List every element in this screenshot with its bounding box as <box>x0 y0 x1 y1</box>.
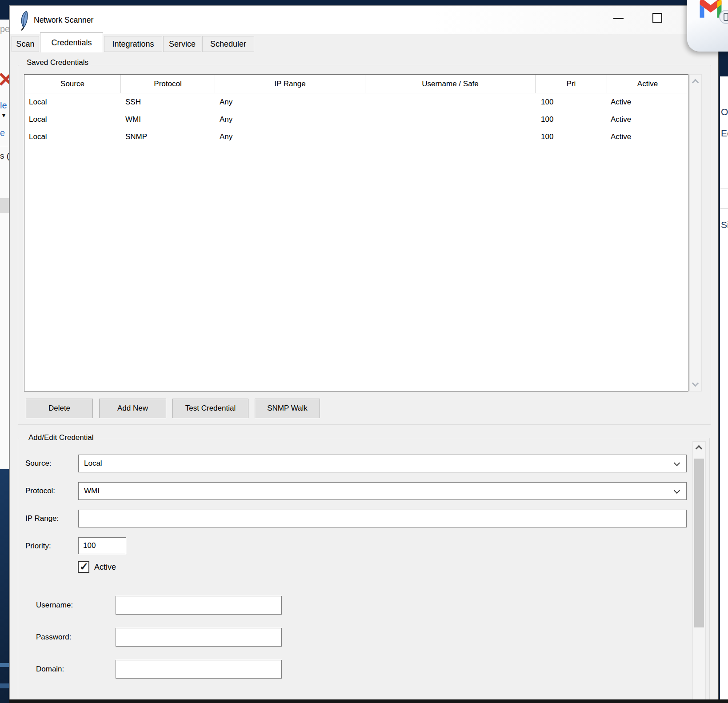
cell-ip-range: Any <box>215 93 365 111</box>
password-label: Password: <box>36 628 71 647</box>
cell-username <box>365 128 536 145</box>
cell-pri: 100 <box>536 93 607 111</box>
close-icon[interactable]: ✕ <box>0 69 9 90</box>
background-window-left: pe ✕ le ▼ e s ( <box>0 0 9 703</box>
column-header-source[interactable]: Source <box>24 75 121 93</box>
minimize-button[interactable] <box>613 18 624 19</box>
delete-button[interactable]: Delete <box>26 399 93 418</box>
divider <box>720 208 728 209</box>
scrollbar-up-icon[interactable] <box>696 445 703 452</box>
add-edit-group-label: Add/Edit Credential <box>26 432 96 443</box>
cell-active: Active <box>607 128 688 145</box>
divider <box>0 146 9 146</box>
username-label: Username: <box>36 596 73 615</box>
scrollbar-down-icon[interactable] <box>692 380 699 387</box>
bottom-edge-bar <box>9 699 728 703</box>
cell-pri: 100 <box>536 128 607 145</box>
window-title: Network Scanner <box>34 15 93 25</box>
protocol-combobox[interactable]: WMI <box>78 482 687 500</box>
credentials-table: Source Protocol IP Range Username / Safe… <box>24 74 688 391</box>
desktop-wallpaper <box>0 469 9 703</box>
domain-input[interactable] <box>116 660 282 679</box>
saved-credentials-group-label: Saved Credentials <box>24 57 91 68</box>
desktop-corner <box>0 0 9 20</box>
ip-range-input[interactable] <box>78 510 687 527</box>
bg-selected-row-fragment <box>0 198 9 213</box>
tab-scheduler[interactable]: Scheduler <box>202 36 254 52</box>
maximize-button[interactable] <box>652 13 662 23</box>
snmp-walk-button[interactable]: SNMP Walk <box>255 399 320 418</box>
table-row[interactable]: Local WMI Any 100 Active <box>24 111 688 128</box>
active-checkbox-label: Active <box>94 561 116 573</box>
add-new-button[interactable]: Add New <box>99 399 166 418</box>
cell-pri: 100 <box>536 111 607 128</box>
username-input[interactable] <box>116 596 282 615</box>
column-header-ip-range[interactable]: IP Range <box>215 75 365 93</box>
bg-link-fragment: le <box>0 100 7 111</box>
bg-text-fragment: Ec <box>721 128 728 139</box>
tab-scan[interactable]: Scan <box>12 36 39 52</box>
tab-credentials[interactable]: Credentials <box>40 32 103 52</box>
column-header-active[interactable]: Active <box>607 75 688 93</box>
cell-source: Local <box>24 93 121 111</box>
test-credential-button[interactable]: Test Credential <box>172 399 248 418</box>
priority-input[interactable] <box>78 537 126 554</box>
cell-active: Active <box>607 111 688 128</box>
checkmark-icon: ✓ <box>80 560 88 573</box>
scrollbar-thumb[interactable] <box>694 459 704 627</box>
bg-text-fragment: pe <box>0 24 9 34</box>
network-scanner-window: Network Scanner Scan Credentials Integra… <box>9 5 719 703</box>
priority-label: Priority: <box>25 537 51 555</box>
phone-icon <box>724 13 728 21</box>
column-header-pri[interactable]: Pri <box>536 75 607 93</box>
background-window-right: O Ec Siz <box>720 0 728 703</box>
scrollbar-up-icon[interactable] <box>692 79 699 86</box>
wallpaper-stripe <box>0 683 9 688</box>
source-value: Local <box>84 455 102 472</box>
password-input[interactable] <box>116 628 282 647</box>
cell-ip-range: Any <box>215 111 365 128</box>
cell-source: Local <box>24 111 121 128</box>
domain-label: Domain: <box>36 660 64 679</box>
app-feather-icon <box>20 10 29 31</box>
divider <box>720 188 728 189</box>
form-scrollbar[interactable] <box>692 441 706 703</box>
cell-active: Active <box>607 93 688 111</box>
tab-bar: Scan Credentials Integrations Service Sc… <box>12 32 323 52</box>
bg-text-fragment: O <box>721 107 728 117</box>
dropdown-triangle-icon: ▼ <box>1 112 7 119</box>
table-header-row: Source Protocol IP Range Username / Safe… <box>24 75 688 93</box>
chevron-down-icon <box>674 487 680 494</box>
cell-ip-range: Any <box>215 128 365 145</box>
active-checkbox[interactable]: ✓ <box>78 561 89 573</box>
source-label: Source: <box>25 455 52 472</box>
protocol-label: Protocol: <box>25 482 55 500</box>
tab-integrations[interactable]: Integrations <box>104 36 162 52</box>
ip-range-label: IP Range: <box>25 510 59 527</box>
table-row[interactable]: Local SSH Any 100 Active <box>24 93 688 111</box>
wallpaper-stripe <box>0 663 9 667</box>
column-header-username-safe[interactable]: Username / Safe <box>365 75 536 93</box>
column-header-protocol[interactable]: Protocol <box>121 75 215 93</box>
cell-source: Local <box>24 128 121 145</box>
cell-username <box>365 111 536 128</box>
source-combobox[interactable]: Local <box>78 455 687 472</box>
cell-protocol: SSH <box>121 93 215 111</box>
bg-text-fragment: s ( <box>0 151 9 161</box>
table-row[interactable]: Local SNMP Any 100 Active <box>24 128 688 145</box>
tab-service[interactable]: Service <box>163 36 201 52</box>
titlebar: Network Scanner <box>10 6 718 34</box>
cell-protocol: WMI <box>121 111 215 128</box>
bg-text-fragment: Siz <box>721 220 728 230</box>
chevron-down-icon <box>674 460 680 466</box>
gmail-overlay-widget[interactable] <box>687 0 728 52</box>
cell-protocol: SNMP <box>121 128 215 145</box>
table-scrollbar[interactable] <box>689 74 702 391</box>
bg-link-fragment: e <box>0 128 5 138</box>
screen: pe ✕ le ▼ e s ( O Ec Siz Network Scanner <box>0 0 728 703</box>
cell-username <box>365 93 536 111</box>
protocol-value: WMI <box>84 483 100 499</box>
